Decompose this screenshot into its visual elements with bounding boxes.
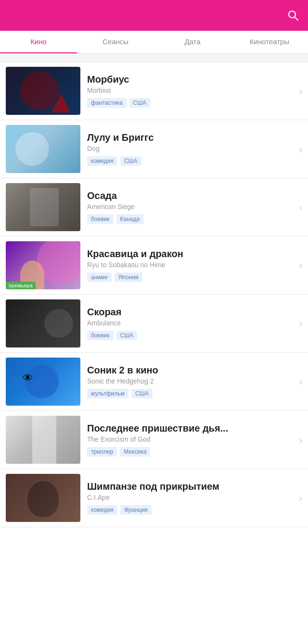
chevron-right-icon: › (299, 260, 302, 271)
chevron-right-icon: › (299, 144, 302, 155)
movie-tags: комедияСША (87, 156, 295, 166)
movie-info: Лулу и Бриггс Dog комедияСША (87, 132, 295, 166)
movie-poster (6, 299, 80, 347)
movie-title-ru: Морбиус (87, 74, 295, 85)
movie-poster (6, 125, 80, 173)
movie-info: Красавица и дракон Ryu to Sobakasu no Hi… (87, 248, 295, 282)
movie-tags: комедияФранция (87, 505, 295, 515)
movie-list: Морбиус Morbius фантастикаСША › Лулу и Б… (0, 62, 308, 527)
movie-item[interactable]: Лулу и Бриггс Dog комедияСША › (0, 120, 308, 178)
tab-kino[interactable]: Кино (0, 31, 77, 53)
movie-tag: Канада (116, 214, 144, 224)
movie-item[interactable]: Соник 2 в кино Sonic the Hedgehog 2 муль… (0, 353, 308, 411)
movie-info: Соник 2 в кино Sonic the Hedgehog 2 муль… (87, 365, 295, 398)
movie-title-ru: Красавица и дракон (87, 248, 295, 260)
movie-tag: боевик (87, 331, 114, 340)
movie-title-ru: Осада (87, 190, 295, 201)
chevron-right-icon: › (299, 493, 302, 504)
movie-tags: мультфильмСША (87, 389, 295, 398)
movie-item[interactable]: Морбиус Morbius фантастикаСША › (0, 62, 308, 120)
movie-title-en: Dog (87, 145, 295, 152)
svg-line-1 (295, 17, 298, 21)
movie-tag: США (116, 331, 138, 340)
movie-info: Осада American Siege боевикКанада (87, 190, 295, 224)
movie-info: Последнее пришествие дья... The Exorcism… (87, 423, 295, 457)
movie-item[interactable]: Осада American Siege боевикКанада › (0, 178, 308, 236)
movie-title-en: Ryu to Sobakasu no Hime (87, 261, 295, 269)
chevron-right-icon: › (299, 318, 302, 329)
movie-tag: аниме (87, 272, 112, 282)
movie-title-en: C.I.Ape (87, 494, 295, 501)
movie-tag: США (131, 389, 153, 398)
movie-title-ru: Последнее пришествие дья... (87, 423, 295, 434)
movie-tag: Франция (120, 505, 152, 515)
movie-tag: триллер (87, 447, 117, 457)
movie-title-en: American Siege (87, 203, 295, 211)
app-header (0, 0, 308, 31)
movie-tags: триллерМексика (87, 447, 295, 457)
movie-tags: фантастикаСША (87, 98, 295, 108)
movie-tag: США (120, 156, 141, 166)
movie-tag: комедия (87, 505, 117, 515)
movie-item[interactable]: Шимпанзе под прикрытием C.I.Ape комедияФ… (0, 469, 308, 527)
movie-tags: анимеЯпония (87, 272, 295, 282)
tab-bar: Кино Сеансы Дата Кинотеатры (0, 31, 308, 54)
movie-title-ru: Шимпанзе под прикрытием (87, 481, 295, 492)
movie-item[interactable]: премьера Красавица и дракон Ryu to Sobak… (0, 236, 308, 295)
movie-poster (6, 416, 80, 464)
movie-title-en: Sonic the Hedgehog 2 (87, 377, 295, 385)
movie-title-en: Ambulance (87, 319, 295, 327)
movie-title-ru: Лулу и Бриггс (87, 132, 295, 143)
movie-tag: мультфильм (87, 389, 128, 398)
chevron-right-icon: › (299, 434, 302, 446)
movie-title-ru: Скорая (87, 307, 295, 318)
movie-title-en: The Exorcism of God (87, 435, 295, 443)
movie-title-ru: Соник 2 в кино (87, 365, 295, 376)
tab-seancy[interactable]: Сеансы (77, 31, 154, 53)
movie-poster (6, 474, 80, 522)
tab-data[interactable]: Дата (154, 31, 231, 53)
search-button[interactable] (287, 9, 299, 22)
movie-tags: боевикСША (87, 331, 295, 340)
movie-poster (6, 183, 80, 231)
movie-tag: Мексика (120, 447, 150, 457)
tab-kinoteary[interactable]: Кинотеатры (231, 31, 308, 53)
movie-title-en: Morbius (87, 87, 295, 94)
movie-poster (6, 67, 80, 115)
movie-tags: боевикКанада (87, 214, 295, 224)
premiere-badge: премьера (6, 282, 36, 289)
movie-tag: комедия (87, 156, 117, 166)
movie-info: Морбиус Morbius фантастикаСША (87, 74, 295, 108)
chevron-right-icon: › (299, 202, 302, 213)
section-header (0, 54, 308, 62)
movie-tag: Япония (115, 272, 142, 282)
movie-info: Скорая Ambulance боевикСША (87, 307, 295, 340)
movie-item[interactable]: Скорая Ambulance боевикСША › (0, 295, 308, 353)
movie-info: Шимпанзе под прикрытием C.I.Ape комедияФ… (87, 481, 295, 515)
movie-poster (6, 358, 80, 406)
movie-tag: боевик (87, 214, 114, 224)
movie-tag: фантастика (87, 98, 127, 108)
movie-item[interactable]: Последнее пришествие дья... The Exorcism… (0, 411, 308, 469)
movie-tag: США (129, 98, 151, 108)
chevron-right-icon: › (299, 86, 302, 97)
chevron-right-icon: › (299, 376, 302, 387)
movie-poster: премьера (6, 241, 80, 289)
